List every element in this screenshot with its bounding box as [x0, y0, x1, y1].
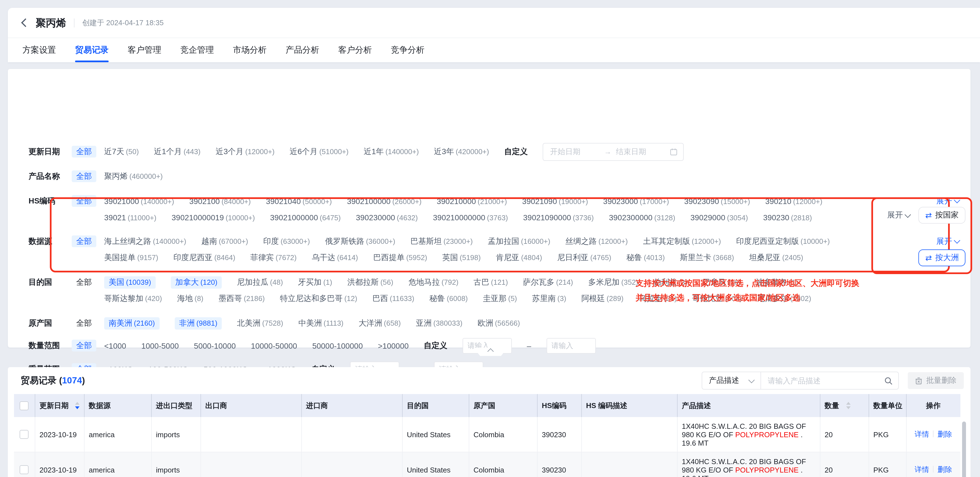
- filter-option[interactable]: 3902300000(3128): [609, 213, 675, 222]
- filter-option[interactable]: 越南(67000+): [201, 236, 248, 246]
- filter-origin-country-option-all[interactable]: 全部: [72, 317, 96, 329]
- filter-option[interactable]: 39021090000(3736): [523, 213, 593, 222]
- filter-option[interactable]: 390230(2818): [763, 213, 812, 222]
- filter-option[interactable]: 乌干达(6414): [312, 252, 358, 263]
- filter-option[interactable]: >100000: [378, 341, 409, 350]
- filter-option[interactable]: 古巴(121): [474, 277, 508, 287]
- filter-option[interactable]: 中美洲(1113): [298, 318, 343, 328]
- tab-客户分析[interactable]: 客户分析: [338, 38, 372, 62]
- filter-option[interactable]: 亚洲(380033): [416, 318, 463, 328]
- filter-option[interactable]: 50000-100000: [312, 341, 363, 350]
- filter-option[interactable]: 南美洲(2160): [104, 317, 159, 329]
- filter-quantity-range-custom[interactable]: 自定义: [424, 340, 447, 351]
- row-checkbox[interactable]: [20, 466, 29, 474]
- filter-option[interactable]: 洪都拉斯(56): [347, 277, 393, 287]
- filter-option[interactable]: 肯尼亚(4804): [496, 252, 542, 263]
- tab-市场分析[interactable]: 市场分析: [233, 38, 267, 62]
- filter-option[interactable]: 近3个月(12000+): [216, 147, 274, 157]
- filter-option[interactable]: 390210000000(3763): [433, 213, 508, 222]
- search-field-select[interactable]: 产品描述: [702, 372, 761, 389]
- filter-option[interactable]: 39021(11000+): [104, 213, 156, 222]
- row-checkbox[interactable]: [20, 430, 29, 439]
- filter-option[interactable]: 非洲(9881): [175, 317, 222, 329]
- filter-option[interactable]: 印度(63000+): [263, 236, 310, 246]
- filter-option[interactable]: 苏里南(3): [532, 294, 566, 303]
- filter-option[interactable]: 390210000019(10000+): [172, 213, 255, 222]
- filter-option[interactable]: 1000-5000: [142, 341, 179, 350]
- filter-quantity-range-option-all[interactable]: 全部: [72, 340, 96, 351]
- filter-option[interactable]: 印度尼西亚定制版(10000+): [736, 236, 830, 246]
- filter-option[interactable]: 土耳其定制版(12000+): [643, 236, 721, 246]
- filter-option[interactable]: 丝绸之路(12000+): [565, 236, 628, 246]
- filter-quantity-range-max-input[interactable]: [546, 338, 595, 353]
- filter-option[interactable]: 近1个月(443): [154, 147, 200, 157]
- filter-option[interactable]: 孟加拉国(16000+): [488, 236, 550, 246]
- filter-option[interactable]: 39021000(140000+): [104, 196, 174, 206]
- filter-option[interactable]: 美国(10039): [104, 276, 156, 289]
- filter-option[interactable]: 秘鲁(4013): [626, 252, 665, 263]
- filter-option[interactable]: 10000-50000: [251, 341, 297, 350]
- filter-option[interactable]: 尼加拉瓜(48): [237, 277, 283, 287]
- detail-link[interactable]: 详情: [915, 430, 929, 438]
- filter-option[interactable]: 近7天(50): [104, 147, 139, 157]
- filter-option[interactable]: 印度尼西亚(8464): [173, 252, 235, 263]
- filter-option[interactable]: 牙买加(1): [298, 277, 332, 287]
- filter-option[interactable]: 大洋洲(658): [359, 318, 401, 328]
- select-all-checkbox[interactable]: [20, 401, 29, 410]
- by-continent-button[interactable]: ⇄ 按大洲: [919, 249, 966, 266]
- detail-link[interactable]: 详情: [915, 465, 929, 474]
- by-country-button[interactable]: ⇄ 按国家: [919, 207, 966, 223]
- filter-option[interactable]: 欧洲(56566): [478, 318, 520, 328]
- filter-option[interactable]: 近1年(140000+): [364, 147, 419, 157]
- end-date-input[interactable]: [615, 147, 667, 156]
- date-range-picker[interactable]: →: [543, 143, 684, 161]
- tab-竞争分析[interactable]: 竞争分析: [391, 38, 425, 62]
- filter-destination-country-option-all[interactable]: 全部: [72, 276, 96, 288]
- filter-option[interactable]: 斯里兰卡(3668): [680, 252, 734, 263]
- filter-option[interactable]: 39021090(19000+): [522, 196, 588, 206]
- filter-option[interactable]: 特立尼达和多巴哥(12): [280, 294, 357, 303]
- filter-option[interactable]: 菲律宾(7672): [250, 252, 296, 263]
- tab-方案设置[interactable]: 方案设置: [22, 38, 56, 62]
- filter-option[interactable]: 英国(5198): [442, 252, 481, 263]
- filter-option[interactable]: 390210(12000+): [765, 196, 822, 206]
- filter-option[interactable]: 390230000(4632): [356, 213, 418, 222]
- filter-option[interactable]: 危地马拉(792): [409, 277, 459, 287]
- tab-客户管理[interactable]: 客户管理: [128, 38, 161, 62]
- filter-option[interactable]: 坦桑尼亚(2405): [749, 252, 803, 263]
- filter-update-date-custom[interactable]: 自定义: [504, 147, 528, 157]
- filter-option[interactable]: 巴基斯坦(23000+): [410, 236, 473, 246]
- delete-link[interactable]: 删除: [938, 430, 952, 438]
- batch-delete-button[interactable]: 批量删除: [908, 372, 964, 389]
- filter-option[interactable]: 墨西哥(2186): [219, 294, 265, 303]
- filter-hs-code-option-all[interactable]: 全部: [72, 195, 96, 207]
- tab-竞企管理[interactable]: 竞企管理: [180, 38, 214, 62]
- filter-option[interactable]: 多米尼加(352): [588, 277, 638, 287]
- filter-option[interactable]: 萨尔瓦多(214): [523, 277, 573, 287]
- tab-贸易记录[interactable]: 贸易记录: [75, 38, 109, 62]
- collapse-filters-button[interactable]: [473, 348, 508, 356]
- sort-control[interactable]: [843, 402, 850, 409]
- search-icon[interactable]: [884, 376, 892, 385]
- filter-option[interactable]: 海上丝绸之路(140000+): [104, 236, 186, 246]
- filter-update-date-option-all[interactable]: 全部: [72, 146, 96, 158]
- filter-option[interactable]: 哥斯达黎加(420): [104, 294, 162, 303]
- delete-link[interactable]: 删除: [938, 465, 952, 474]
- filter-option[interactable]: 39029000(3054): [690, 213, 748, 222]
- filter-option[interactable]: <1000: [104, 341, 126, 350]
- expand-destination-link[interactable]: 展开: [887, 210, 910, 220]
- sort-control[interactable]: [72, 402, 79, 409]
- filter-option[interactable]: 巴西提单(5952): [373, 252, 427, 263]
- filter-option[interactable]: 加拿大(120): [171, 276, 222, 289]
- filter-option[interactable]: 圭亚那(5): [483, 294, 517, 303]
- start-date-input[interactable]: [549, 147, 601, 156]
- filter-option[interactable]: 北美洲(7528): [237, 318, 283, 328]
- filter-data-source-option-all[interactable]: 全部: [72, 235, 96, 247]
- filter-option[interactable]: 尼日利亚(4765): [557, 252, 611, 263]
- filter-option[interactable]: 近6个月(51000+): [290, 147, 348, 157]
- filter-option[interactable]: 39023000(17000+): [603, 196, 669, 206]
- back-icon[interactable]: [21, 18, 30, 27]
- vertical-scrollbar[interactable]: [962, 421, 966, 477]
- filter-product-name-option-all[interactable]: 全部: [72, 171, 96, 182]
- filter-option[interactable]: 海地(8): [177, 294, 204, 303]
